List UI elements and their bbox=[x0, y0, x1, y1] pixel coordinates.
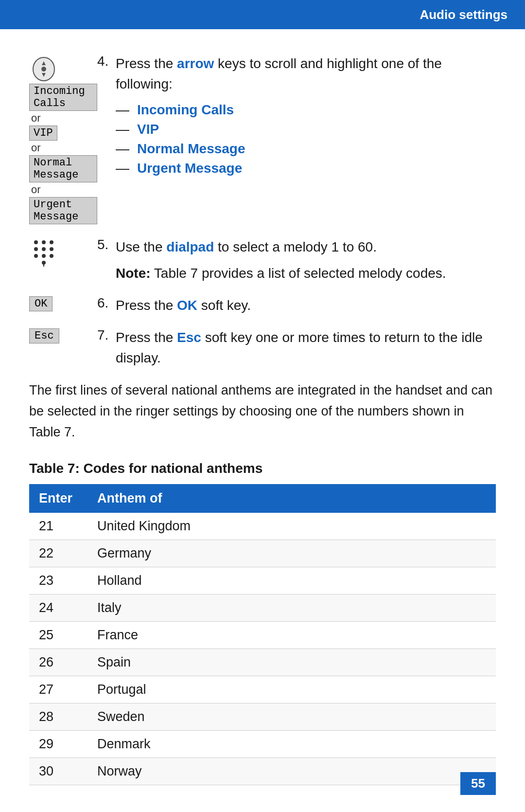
cell-enter: 26 bbox=[29, 649, 88, 676]
cell-anthem: Norway bbox=[88, 758, 496, 785]
cell-enter: 24 bbox=[29, 594, 88, 621]
cell-enter: 29 bbox=[29, 730, 88, 758]
step-6-number: 6. bbox=[97, 295, 116, 311]
arrow-keyword: arrow bbox=[177, 56, 214, 71]
cell-anthem: Italy bbox=[88, 594, 496, 621]
page-number-badge: 55 bbox=[460, 772, 496, 795]
step-7-icon-col: Esc bbox=[29, 327, 97, 343]
dialpad-keyword: dialpad bbox=[166, 239, 214, 254]
svg-point-4 bbox=[34, 240, 38, 244]
cell-anthem: Portugal bbox=[88, 676, 496, 703]
ok-softkey-icon: OK bbox=[29, 296, 52, 311]
step-6-text-col: 6. Press the OK soft key. bbox=[97, 295, 496, 316]
svg-point-9 bbox=[50, 247, 53, 251]
step-6-description: Press the OK soft key. bbox=[116, 295, 251, 316]
step-4-line: 4. Press the arrow keys to scroll and hi… bbox=[97, 54, 496, 176]
menu-items-list: — Incoming Calls — VIP — Normal Message bbox=[116, 102, 496, 176]
step-4-row: Incoming Calls or VIP or Normal Message … bbox=[29, 54, 496, 225]
or-text-1: or bbox=[31, 112, 41, 125]
or-text-3: or bbox=[31, 183, 41, 196]
svg-point-7 bbox=[34, 247, 38, 251]
lcd-urgent-message: Urgent Message bbox=[29, 197, 97, 224]
table-row: 25France bbox=[29, 621, 496, 649]
table-title: Table 7: Codes for national anthems bbox=[29, 461, 496, 476]
cell-anthem: Denmark bbox=[88, 730, 496, 758]
menu-item-vip: — VIP bbox=[116, 122, 496, 137]
menu-item-urgent-message: — Urgent Message bbox=[116, 161, 496, 176]
anthems-table: Enter Anthem of 21United Kingdom22German… bbox=[29, 484, 496, 785]
step-4-number: 4. bbox=[97, 54, 116, 69]
table-row: 30Norway bbox=[29, 758, 496, 785]
body-paragraph: The first lines of several national anth… bbox=[29, 380, 496, 443]
step-4-text-col: 4. Press the arrow keys to scroll and hi… bbox=[97, 54, 496, 176]
or-text-2: or bbox=[31, 142, 41, 154]
esc-softkey-icon: Esc bbox=[29, 328, 59, 343]
cell-anthem: Sweden bbox=[88, 703, 496, 730]
cell-enter: 27 bbox=[29, 676, 88, 703]
col-header-anthem: Anthem of bbox=[88, 484, 496, 513]
svg-point-12 bbox=[50, 254, 53, 258]
table-row: 24Italy bbox=[29, 594, 496, 621]
step-5-text-col: 5. Use the dialpad to select a melody 1 … bbox=[97, 237, 496, 284]
menu-item-incoming-calls: — Incoming Calls bbox=[116, 102, 496, 118]
header-title: Audio settings bbox=[420, 7, 508, 22]
col-header-enter: Enter bbox=[29, 484, 88, 513]
cell-anthem: Germany bbox=[88, 540, 496, 567]
cell-anthem: Spain bbox=[88, 649, 496, 676]
dash-3: — bbox=[116, 141, 129, 157]
menu-item-normal-message: — Normal Message bbox=[116, 141, 496, 157]
table-row: 21United Kingdom bbox=[29, 513, 496, 540]
cell-anthem: United Kingdom bbox=[88, 513, 496, 540]
dash-4: — bbox=[116, 161, 129, 176]
step-6-line: 6. Press the OK soft key. bbox=[97, 295, 496, 316]
table-row: 22Germany bbox=[29, 540, 496, 567]
svg-point-5 bbox=[42, 240, 46, 244]
main-content: Incoming Calls or VIP or Normal Message … bbox=[0, 29, 525, 812]
step-7-number: 7. bbox=[97, 327, 116, 343]
step-5-note: Note: Table 7 provides a list of selecte… bbox=[116, 263, 446, 284]
table-body: 21United Kingdom22Germany23Holland24Ital… bbox=[29, 513, 496, 785]
table-row: 29Denmark bbox=[29, 730, 496, 758]
cell-enter: 30 bbox=[29, 758, 88, 785]
cell-anthem: France bbox=[88, 621, 496, 649]
step-5-description: Use the dialpad to select a melody 1 to … bbox=[116, 237, 446, 257]
cell-enter: 21 bbox=[29, 513, 88, 540]
step-7-text-col: 7. Press the Esc soft key one or more ti… bbox=[97, 327, 496, 368]
svg-point-11 bbox=[42, 254, 46, 258]
lcd-vip: VIP bbox=[29, 126, 57, 141]
step-5-icon-col bbox=[29, 237, 97, 267]
cell-enter: 22 bbox=[29, 540, 88, 567]
step-4-body: Press the arrow keys to scroll and highl… bbox=[116, 54, 496, 176]
svg-point-6 bbox=[50, 240, 53, 244]
arrow-icon bbox=[31, 56, 56, 82]
step-4-description: Press the arrow keys to scroll and highl… bbox=[116, 54, 496, 94]
step-5-body: Use the dialpad to select a melody 1 to … bbox=[116, 237, 446, 284]
table-row: 27Portugal bbox=[29, 676, 496, 703]
step-6-row: OK 6. Press the OK soft key. bbox=[29, 295, 496, 316]
menu-label-normal-message: Normal Message bbox=[137, 141, 245, 157]
note-label: Note: bbox=[116, 266, 151, 281]
dialpad-icon bbox=[29, 238, 58, 267]
svg-point-10 bbox=[34, 254, 38, 258]
step-7-line: 7. Press the Esc soft key one or more ti… bbox=[97, 327, 496, 368]
cell-enter: 25 bbox=[29, 621, 88, 649]
table-row: 23Holland bbox=[29, 567, 496, 594]
table-header-row: Enter Anthem of bbox=[29, 484, 496, 513]
arrow-icon-container bbox=[29, 54, 58, 84]
lcd-items-col: Incoming Calls or VIP or Normal Message … bbox=[29, 84, 97, 225]
cell-anthem: Holland bbox=[88, 567, 496, 594]
table-row: 26Spain bbox=[29, 649, 496, 676]
header-bar: Audio settings bbox=[0, 0, 525, 29]
cell-enter: 28 bbox=[29, 703, 88, 730]
ok-keyword: OK bbox=[177, 298, 197, 313]
menu-label-incoming-calls: Incoming Calls bbox=[137, 102, 234, 118]
svg-point-8 bbox=[42, 247, 46, 251]
step-4-icon-col: Incoming Calls or VIP or Normal Message … bbox=[29, 54, 97, 225]
step-5-row: 5. Use the dialpad to select a melody 1 … bbox=[29, 237, 496, 284]
step-7-description: Press the Esc soft key one or more times… bbox=[116, 327, 496, 368]
step-6-icon-col: OK bbox=[29, 295, 97, 311]
menu-label-urgent-message: Urgent Message bbox=[137, 161, 242, 176]
step-5-line: 5. Use the dialpad to select a melody 1 … bbox=[97, 237, 496, 284]
dash-2: — bbox=[116, 122, 129, 137]
lcd-normal-message: Normal Message bbox=[29, 155, 97, 182]
